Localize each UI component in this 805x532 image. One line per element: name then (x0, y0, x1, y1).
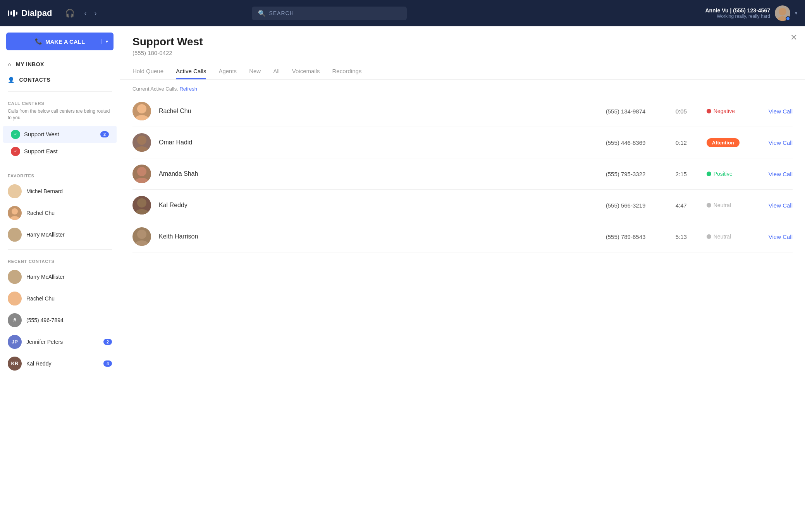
amanda-view-call-button[interactable]: View Call (769, 171, 793, 177)
recent-phone-name: (555) 496-7894 (26, 317, 112, 323)
omar-sentiment: Attention (707, 138, 761, 147)
fav-rachel-chu[interactable]: Rachel Chu (0, 202, 120, 224)
kal-view-call-button[interactable]: View Call (769, 202, 793, 209)
user-avatar-container[interactable] (775, 5, 790, 21)
user-info: Annie Vu | (555) 123-4567 Working really… (705, 7, 770, 19)
make-call-label: MAKE A CALL (45, 38, 85, 45)
search-bar-container: 🔍 (252, 7, 407, 20)
rachel-sentiment: Negative (707, 108, 761, 114)
amanda-sentiment-label: Positive (714, 171, 733, 177)
refresh-link[interactable]: Refresh (179, 86, 197, 92)
kal-sentiment-label: Neutral (714, 202, 731, 208)
keith-sentiment-dot (707, 234, 711, 239)
rachel-view-call-button[interactable]: View Call (769, 108, 793, 115)
make-call-button[interactable]: 📞 MAKE A CALL ▾ (6, 33, 114, 50)
user-status: Working really, really hard (705, 14, 770, 19)
tab-recordings[interactable]: Recordings (332, 64, 362, 79)
amanda-duration: 2:15 (676, 171, 699, 177)
tab-voicemails[interactable]: Voicemails (292, 64, 320, 79)
divider-2 (8, 164, 112, 164)
sidebar-item-contacts[interactable]: 👤 CONTACTS (0, 72, 120, 88)
tab-all[interactable]: All (273, 64, 280, 79)
support-west-name: Support West (24, 131, 96, 137)
omar-view-call-button[interactable]: View Call (769, 139, 793, 146)
recent-phone-avatar: # (8, 313, 22, 327)
user-dropdown-arrow[interactable]: ▾ (795, 10, 797, 16)
search-icon: 🔍 (258, 10, 266, 17)
keith-phone: (555) 789-6543 (606, 233, 668, 240)
recent-rachel-name: Rachel Chu (26, 295, 112, 302)
omar-duration: 0:12 (676, 139, 699, 146)
call-center-support-east[interactable]: ✓ Support East (3, 143, 117, 160)
current-calls-text: Current Active Calls. (132, 86, 178, 92)
rachel-sentiment-label: Negative (714, 108, 735, 114)
rachel-duration: 0:05 (676, 108, 699, 115)
omar-name: Omar Hadid (159, 139, 598, 146)
fav-harry-mcallister[interactable]: Harry McAllister (0, 224, 120, 245)
keith-avatar (132, 227, 151, 246)
omar-phone: (555) 446-8369 (606, 139, 668, 146)
kal-phone: (555) 566-3219 (606, 202, 668, 209)
kal-sentiment: Neutral (707, 202, 761, 208)
contacts-label: CONTACTS (19, 77, 51, 83)
svg-point-7 (10, 238, 19, 242)
svg-point-19 (135, 209, 149, 215)
recent-kal-name: Kal Reddy (26, 360, 99, 367)
sidebar-item-inbox[interactable]: ⌂ MY INBOX (0, 57, 120, 72)
headphone-icon[interactable]: 🎧 (65, 9, 75, 18)
svg-point-0 (779, 8, 786, 15)
recent-phone[interactable]: # (555) 496-7894 (0, 309, 120, 331)
recent-rachel[interactable]: Rachel Chu (0, 288, 120, 309)
logo: Dialpad (8, 8, 52, 18)
amanda-name: Amanda Shah (159, 170, 598, 177)
keith-view-call-button[interactable]: View Call (769, 233, 793, 240)
recent-kal[interactable]: KR Kal Reddy 4 (0, 353, 120, 374)
omar-sentiment-label: Attention (707, 138, 740, 147)
back-button[interactable]: ‹ (81, 8, 89, 19)
svg-point-21 (135, 240, 149, 246)
tab-new[interactable]: New (249, 64, 261, 79)
main-content: ✕ Support West (555) 180-0422 Hold Queue… (120, 26, 805, 532)
omar-avatar (132, 133, 151, 152)
recent-jennifer[interactable]: JP Jennifer Peters 2 (0, 331, 120, 353)
keith-sentiment: Neutral (707, 233, 761, 240)
recent-kal-avatar: KR (8, 357, 22, 371)
tab-hold-queue[interactable]: Hold Queue (132, 64, 163, 79)
fav-rachel-avatar (8, 206, 22, 220)
keith-duration: 5:13 (676, 233, 699, 240)
search-input[interactable] (269, 10, 401, 16)
dialpad-logo-icon (8, 10, 17, 17)
forward-button[interactable]: › (91, 8, 100, 19)
keith-name: Keith Harrison (159, 233, 598, 240)
svg-point-17 (135, 178, 149, 183)
recent-harry-name: Harry McAllister (26, 274, 112, 280)
rachel-sentiment-dot (707, 109, 711, 113)
support-west-dot: ✓ (11, 130, 20, 139)
recent-jennifer-badge: 2 (103, 339, 112, 345)
contacts-icon: 👤 (8, 77, 15, 83)
favorites-title: FAVORITES (0, 168, 120, 180)
svg-point-16 (137, 167, 146, 176)
amanda-avatar (132, 165, 151, 183)
page-subtitle: (555) 180-0422 (132, 50, 793, 56)
call-center-support-west[interactable]: ✓ Support West 2 (3, 126, 117, 143)
tab-agents[interactable]: Agents (218, 64, 237, 79)
fav-michel-avatar (8, 184, 22, 198)
close-button[interactable]: ✕ (790, 33, 797, 43)
kal-avatar (132, 196, 151, 215)
svg-point-3 (10, 194, 19, 198)
make-call-dropdown-arrow[interactable]: ▾ (101, 39, 108, 44)
page-title: Support West (132, 36, 793, 48)
svg-point-2 (12, 187, 18, 193)
call-row-omar: Omar Hadid (555) 446-8369 0:12 Attention… (132, 127, 793, 158)
recent-title: RECENT CONTACTS (0, 254, 120, 266)
svg-point-8 (12, 272, 18, 278)
recent-harry[interactable]: Harry McAllister (0, 266, 120, 288)
content-header: ✕ Support West (555) 180-0422 Hold Queue… (120, 26, 805, 80)
tab-active-calls[interactable]: Active Calls (176, 64, 206, 79)
fav-michel-bernard[interactable]: Michel Bernard (0, 180, 120, 202)
logo-text: Dialpad (21, 8, 52, 18)
fav-harry-name: Harry McAllister (26, 232, 65, 238)
svg-point-13 (135, 115, 149, 120)
kal-duration: 4:47 (676, 202, 699, 209)
